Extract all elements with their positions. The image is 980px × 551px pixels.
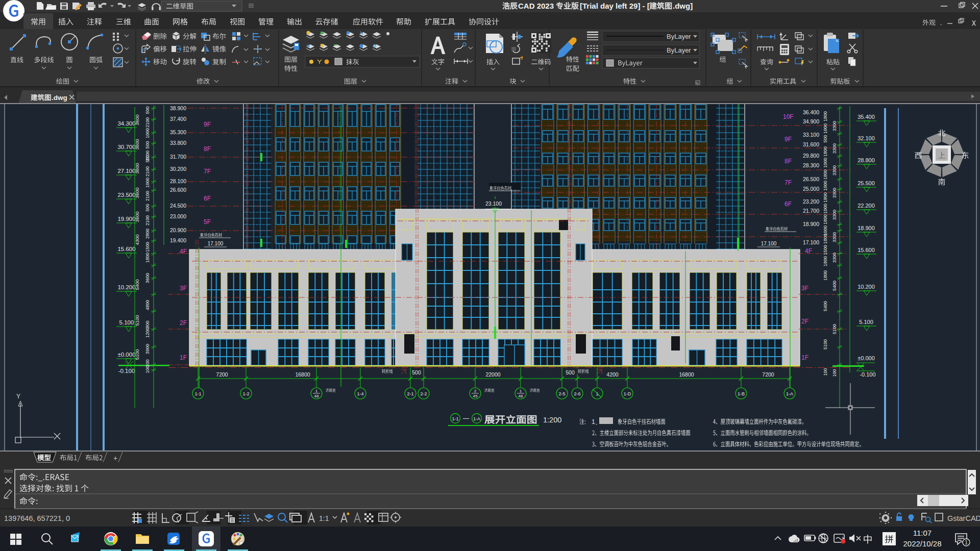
svg-text:1800: 1800 [823,169,828,180]
svg-text:100: 100 [145,365,150,373]
svg-text:22000: 22000 [485,371,500,378]
svg-text:35.400: 35.400 [857,114,875,120]
svg-text:10F: 10F [783,113,794,120]
svg-text:4200: 4200 [606,371,619,378]
svg-text:32.100: 32.100 [857,135,875,141]
svg-text:30.200: 30.200 [170,166,186,172]
svg-text:45: 45 [473,394,478,398]
svg-text:29.800: 29.800 [803,153,819,159]
svg-text:3300: 3300 [832,188,837,198]
svg-text:24.500: 24.500 [170,203,186,209]
svg-text:33.100: 33.100 [803,132,819,138]
svg-text:9F: 9F [785,136,792,143]
svg-text:1-2: 1-2 [242,391,249,396]
svg-text:2100: 2100 [145,191,150,201]
svg-text:5F: 5F [204,218,211,226]
svg-text:5100: 5100 [823,339,828,349]
svg-text:500: 500 [412,369,421,375]
svg-text:7200: 7200 [216,371,228,378]
svg-text:9F: 9F [204,121,211,128]
svg-text:26.600: 26.600 [170,187,186,193]
svg-text:3F: 3F [180,285,187,292]
svg-text:5100: 5100 [832,324,837,334]
svg-text:5100: 5100 [134,349,140,360]
svg-text:48: 48 [519,394,523,398]
svg-text:1800: 1800 [823,234,828,244]
svg-text:25.500: 25.500 [857,180,875,186]
svg-text:1800: 1800 [823,214,828,224]
svg-text:4300: 4300 [134,234,140,245]
svg-text:5100: 5100 [134,315,140,325]
svg-text:15.600: 15.600 [117,246,135,252]
svg-text:3900: 3900 [145,344,150,354]
svg-text:34.900: 34.900 [803,118,819,124]
svg-text:1-A: 1-A [473,416,480,421]
svg-text:3300: 3300 [832,165,837,176]
svg-text:1500: 1500 [823,245,828,255]
svg-text:10.200: 10.200 [857,284,875,290]
svg-text:37.400: 37.400 [170,116,186,122]
svg-text:15.600: 15.600 [857,247,875,253]
svg-text:3600: 3600 [134,139,140,149]
svg-text:2100: 2100 [145,215,150,226]
svg-text:1800: 1800 [823,192,828,203]
svg-text:3600: 3600 [134,163,140,173]
svg-text:3300: 3300 [832,143,837,154]
svg-text:48: 48 [314,394,319,398]
svg-text:±0.000: ±0.000 [857,355,875,361]
svg-text:1000: 1000 [145,178,150,188]
svg-text:17.100: 17.100 [208,241,224,246]
svg-text:2: 2 [474,389,477,393]
svg-text:17.100: 17.100 [761,241,777,246]
svg-text:-0.100: -0.100 [860,371,875,378]
svg-text:38.900: 38.900 [170,105,186,111]
svg-text:2-5: 2-5 [558,391,565,396]
svg-text:1: 1 [520,389,522,393]
svg-text:3600: 3600 [134,211,140,222]
svg-text:11:07: 11:07 [913,529,932,537]
svg-text:1000: 1000 [823,181,828,191]
svg-text:31.700: 31.700 [170,154,186,160]
svg-text:2F: 2F [801,318,808,325]
svg-text:GstarCAD: GstarCAD [947,514,980,522]
svg-text:1500: 1500 [145,242,150,252]
svg-text:6F: 6F [204,195,211,202]
svg-text:31.600: 31.600 [803,141,819,147]
svg-text:2-6: 2-6 [574,391,580,396]
svg-text:Y: Y [16,393,20,400]
svg-text:500: 500 [145,106,150,114]
svg-text:1000: 1000 [823,158,828,168]
svg-text:1000: 1000 [823,123,828,134]
svg-text:3600: 3600 [134,187,140,198]
svg-text:5.100: 5.100 [859,319,873,325]
svg-text:1-4: 1-4 [357,391,363,396]
svg-text:1-A: 1-A [786,391,793,396]
svg-text:1F: 1F [801,354,808,361]
svg-text:8F: 8F [204,145,211,153]
svg-text:5.100: 5.100 [119,319,134,325]
svg-text:1: 1 [965,540,968,545]
svg-text:2-2: 2-2 [420,391,427,396]
svg-text:100: 100 [832,369,837,377]
svg-text:30.700: 30.700 [117,144,135,150]
svg-text:500: 500 [823,135,828,142]
svg-text:1-D: 1-D [624,391,631,396]
svg-text:7F: 7F [785,179,792,186]
svg-text:17.100: 17.100 [803,239,819,245]
svg-text:27.100: 27.100 [117,168,135,174]
svg-text:23.200: 23.200 [803,198,819,205]
svg-text:1800: 1800 [823,111,828,121]
svg-text:2100: 2100 [145,166,150,177]
svg-text:1000: 1000 [145,128,150,138]
svg-text:20.900: 20.900 [170,227,186,233]
svg-text:10.200: 10.200 [117,284,135,290]
svg-text:[Trial day left 29] - [: [Trial day left 29] - [ [580,2,650,10]
svg-text:5400: 5400 [134,279,140,290]
svg-text:3600: 3600 [145,273,150,283]
svg-text:1200: 1200 [145,328,150,338]
svg-text:ByLayer: ByLayer [667,33,691,40]
svg-text:1:1: 1:1 [319,514,329,522]
svg-text:1800: 1800 [145,253,150,263]
svg-text:3300: 3300 [832,121,837,131]
svg-text:16800: 16800 [679,371,694,378]
